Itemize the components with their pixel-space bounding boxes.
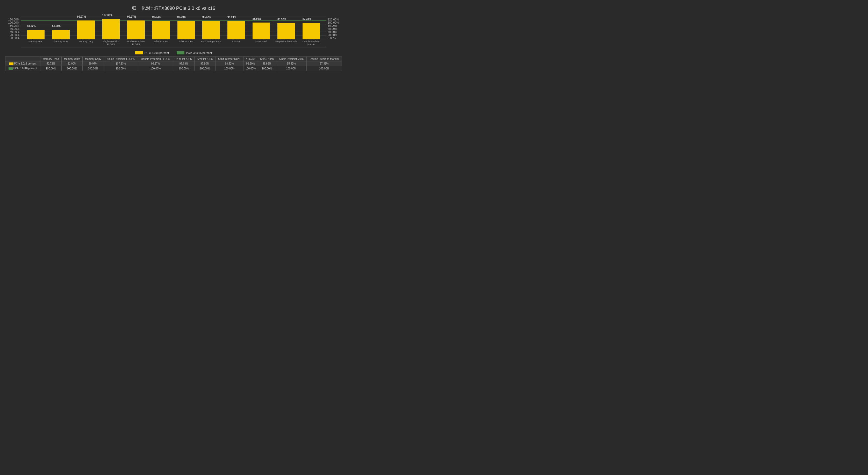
bar-x8-4: 99.97%: [127, 21, 145, 39]
table-col-header-3: Single-Precision FLOPS: [103, 57, 138, 61]
table-cell-x8-9: 88.86%: [258, 61, 276, 66]
legend-x8: PCIe 3.0x8 percent: [135, 51, 169, 54]
y-label-right-100: 100.00%: [327, 21, 342, 24]
bar-group-8: 96.69%: [223, 17, 249, 39]
y-label-60: 60.00%: [5, 27, 21, 30]
bar-label-3: 107.33%: [102, 14, 113, 17]
y-axis-left: 120.00% 100.00% 80.00% 60.00% 40.00% 20.…: [5, 17, 21, 48]
bar-label-1: 51.00%: [52, 25, 61, 27]
bar-x8-0: 50.72%: [27, 30, 45, 39]
table-cell-x16-8: 100.00%: [243, 66, 258, 71]
x-label-7: 64bit Interger IOPS: [199, 39, 224, 47]
legend-x16-label: PCIe 3.0x16 percent: [186, 51, 212, 54]
chart-inner: 50.72%51.00%99.97%107.33%99.97%97.63%97.…: [21, 17, 327, 48]
table-cell-x8-6: 97.90%: [194, 61, 215, 66]
table-col-header-8: AES256: [243, 57, 258, 61]
x-label-6: 32bit Int IOPS: [174, 39, 199, 47]
table-col-header-2: Memory Copy: [83, 57, 103, 61]
chart-title: 归一化对比RTX3090 PCIe 3.0 x8 vs x16: [5, 5, 342, 11]
bar-group-11: 87.33%: [299, 17, 324, 39]
legend-x8-label: PCIe 3.0x8 percent: [145, 51, 169, 54]
bar-label-2: 99.97%: [77, 15, 86, 18]
table-col-header-9: SHA1 Hash: [258, 57, 276, 61]
table-header-empty: [5, 57, 40, 61]
data-table: Memory ReadMemory WriteMemory CopySingle…: [5, 57, 342, 71]
bar-label-0: 50.72%: [27, 25, 36, 27]
bar-x8-8: 96.69%: [227, 21, 245, 39]
legend-x8-swatch: [135, 51, 143, 54]
table-cell-x16-1: 100.00%: [61, 66, 82, 71]
table-cell-x16-4: 100.00%: [138, 66, 173, 71]
x-label-4: Double-Precision FLOPS: [124, 39, 149, 47]
x-label-5: 24bit Int IOPS: [148, 39, 174, 47]
y-label-right-40: 40.00%: [327, 30, 342, 33]
bar-label-11: 87.33%: [303, 18, 311, 21]
bar-label-6: 97.90%: [178, 16, 186, 19]
bar-x8-11: 87.33%: [303, 23, 320, 39]
bar-x8-5: 97.63%: [152, 21, 170, 39]
bar-x8-6: 97.90%: [178, 21, 195, 39]
y-label-right-60: 60.00%: [327, 27, 342, 30]
table-cell-x16-9: 100.00%: [258, 66, 276, 71]
y-label-120: 120.00%: [5, 18, 21, 21]
table-col-header-7: 64bit Interger IOPS: [216, 57, 243, 61]
table-cell-x16-11: 100.00%: [307, 66, 342, 71]
bar-label-7: 98.52%: [202, 16, 211, 19]
bar-x8-7: 98.52%: [202, 21, 220, 39]
bar-x8-10: 85.52%: [277, 23, 295, 39]
table-cell-x8-7: 98.52%: [216, 61, 243, 66]
table-col-header-5: 24bit Int IOPS: [173, 57, 194, 61]
bar-group-7: 98.52%: [199, 17, 224, 39]
table-cell-x8-10: 85.52%: [276, 61, 307, 66]
x-label-0: Memory Read: [23, 39, 49, 47]
table-row-label-x16: PCIe 3.0x16 percent: [5, 66, 40, 71]
table-cell-x8-4: 99.97%: [138, 61, 173, 66]
bar-label-5: 97.63%: [152, 16, 161, 19]
table-col-header-0: Memory Read: [40, 57, 61, 61]
chart-container: 归一化对比RTX3090 PCIe 3.0 x8 vs x16 120.00% …: [5, 5, 342, 71]
legend-x16-swatch: [177, 51, 184, 54]
bar-group-3: 107.33%: [98, 17, 124, 39]
bar-label-8: 96.69%: [227, 16, 236, 19]
table-cell-x8-1: 51.00%: [61, 61, 82, 66]
table-cell-x16-7: 100.00%: [216, 66, 243, 71]
table-cell-x8-5: 97.63%: [173, 61, 194, 66]
x-label-10: Single Precision Julia: [274, 39, 299, 47]
bar-label-10: 85.52%: [277, 18, 286, 21]
x-labels: Memory ReadMemory WriteMemory CopySingle…: [21, 39, 327, 47]
y-label-20: 20.00%: [5, 33, 21, 36]
table-cell-x8-8: 96.69%: [243, 61, 258, 66]
bar-group-2: 99.97%: [73, 17, 98, 39]
y-label-right-20: 20.00%: [327, 33, 342, 36]
table-col-header-6: 32bit Int IOPS: [194, 57, 215, 61]
x-label-2: Memory Copy: [73, 39, 98, 47]
bar-x8-2: 99.97%: [77, 21, 95, 39]
x-label-11: Double Precision Mandel: [299, 39, 324, 47]
y-label-0: 0.00%: [5, 36, 21, 40]
y-label-right-120: 120.00%: [327, 18, 342, 21]
x-label-9: SHA1 Hash: [249, 39, 274, 47]
table-cell-x8-11: 87.33%: [307, 61, 342, 66]
bars-container: 50.72%51.00%99.97%107.33%99.97%97.63%97.…: [21, 17, 327, 39]
table-cell-x16-5: 100.00%: [173, 66, 194, 71]
table-col-header-1: Memory Write: [61, 57, 82, 61]
table-col-header-10: Single Precision Julia: [276, 57, 307, 61]
table-col-header-4: Double-Precision FLOPS: [138, 57, 173, 61]
x-label-1: Memory Write: [49, 39, 73, 47]
bar-group-9: 88.86%: [249, 17, 274, 39]
table-cell-x16-2: 100.00%: [83, 66, 103, 71]
legend-table-area: PCIe 3.0x8 percent PCIe 3.0x16 percent M…: [5, 51, 342, 71]
bar-group-0: 50.72%: [23, 17, 49, 39]
table-row-label-x8: PCIe 3.0x8 percent: [5, 61, 40, 66]
bar-group-6: 97.90%: [174, 17, 199, 39]
bar-x8-3: 107.33%: [102, 19, 120, 39]
y-label-40: 40.00%: [5, 30, 21, 33]
bar-x8-9: 88.86%: [253, 23, 270, 39]
table-cell-x8-0: 50.72%: [40, 61, 61, 66]
y-axis-right: 120.00% 100.00% 80.00% 60.00% 40.00% 20.…: [327, 17, 342, 48]
table-cell-x16-10: 100.00%: [276, 66, 307, 71]
x-label-8: AES256: [223, 39, 249, 47]
table-cell-x16-0: 100.00%: [40, 66, 61, 71]
table-col-header-11: Double Precision Mandel: [307, 57, 342, 61]
legend-area: PCIe 3.0x8 percent PCIe 3.0x16 percent: [5, 51, 342, 54]
